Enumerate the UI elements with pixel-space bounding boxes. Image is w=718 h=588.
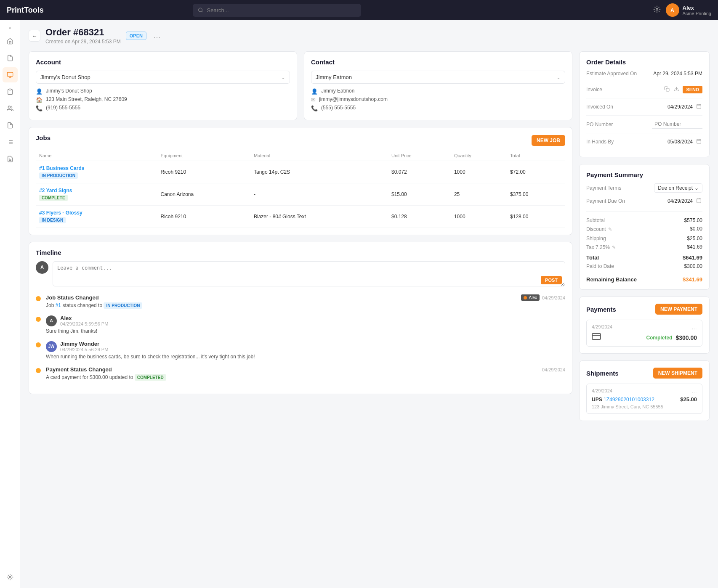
back-button[interactable]: ←: [29, 30, 40, 42]
sidebar-item-home[interactable]: [3, 34, 18, 49]
invoiced-on-value: 04/29/2024: [667, 104, 693, 110]
col-unit-price: Unit Price: [388, 151, 451, 161]
new-payment-button[interactable]: NEW PAYMENT: [655, 304, 702, 315]
sidebar-item-files[interactable]: [3, 118, 18, 133]
credit-card-icon: [592, 333, 601, 342]
col-material: Material: [250, 151, 388, 161]
po-number-label: PO Number: [586, 122, 613, 127]
app-logo[interactable]: PrintTools: [7, 6, 44, 15]
search-input[interactable]: [207, 4, 356, 17]
payment-due-on-value: 04/29/2024: [667, 198, 693, 204]
total-value: $641.69: [683, 254, 702, 261]
app-name-tools: Tools: [24, 6, 44, 14]
jobs-table: Name Equipment Material Unit Price Quant…: [36, 151, 565, 228]
sidebar-item-reports[interactable]: [3, 151, 18, 167]
shipment-more-button[interactable]: …: [691, 388, 697, 395]
job-unit-price: $0.072: [388, 161, 451, 183]
sidebar-item-list[interactable]: [3, 135, 18, 150]
sidebar-item-active[interactable]: [3, 67, 18, 82]
job-status-badge: IN PRODUCTION: [39, 172, 78, 179]
table-row: #1 Business Cards IN PRODUCTION Ricoh 92…: [36, 161, 565, 183]
po-number-input[interactable]: [652, 120, 702, 129]
settings-icon[interactable]: [653, 5, 661, 15]
phone-icon: 📞: [311, 105, 318, 111]
contact-display-name: Jimmy Eatmon: [321, 88, 354, 94]
shipping-value: $25.00: [687, 236, 702, 241]
account-display-name: Jimmy's Donut Shop: [46, 88, 92, 94]
svg-point-0: [199, 8, 202, 12]
post-button[interactable]: POST: [541, 276, 562, 284]
job-link[interactable]: #1 Business Cards: [39, 165, 154, 171]
job-total: $375.00: [507, 183, 565, 206]
comment-input[interactable]: [53, 261, 565, 286]
invoice-download-button[interactable]: [673, 85, 680, 94]
sidebar-item-settings[interactable]: [3, 569, 18, 585]
job-link[interactable]: #3 Flyers - Glossy: [39, 210, 154, 216]
payment-terms-select[interactable]: Due on Receipt ⌄: [654, 183, 702, 193]
job-equipment: Ricoh 9210: [157, 206, 251, 228]
comment-body: When running the business cards, be sure…: [46, 354, 565, 360]
event-title: Job Status Changed: [46, 294, 99, 301]
job-link[interactable]: #2 Yard Signs: [39, 188, 154, 193]
user-menu[interactable]: A Alex Acme Printing: [666, 3, 711, 17]
invoice-send-button[interactable]: SEND: [683, 86, 702, 93]
payment-summary-section: Payment Summary Payment Terms Due on Rec…: [579, 164, 710, 290]
chevron-down-icon: ⌄: [694, 185, 699, 191]
tax-value: $41.69: [687, 244, 702, 251]
discount-edit-button[interactable]: ✎: [607, 226, 613, 233]
app-name-print: Print: [7, 6, 24, 14]
svg-rect-16: [666, 88, 669, 91]
tax-edit-button[interactable]: ✎: [611, 244, 617, 251]
account-card: Account Jimmy's Donut Shop ⌄ 👤 Jimmy's D…: [29, 51, 297, 120]
account-section-title: Account: [36, 58, 290, 66]
in-hands-by-calendar-icon[interactable]: [695, 138, 702, 146]
event-title: Payment Status Changed: [46, 366, 112, 373]
invoiced-on-calendar-icon[interactable]: [695, 103, 702, 111]
payment-due-calendar-icon[interactable]: [695, 197, 702, 205]
invoice-copy-button[interactable]: [663, 85, 670, 94]
order-created: Created on Apr 29, 2024 5:53 PM: [45, 39, 121, 45]
svg-rect-22: [697, 139, 701, 143]
in-hands-by-value: 05/08/2024: [667, 139, 693, 145]
home-icon: 🏠: [36, 97, 43, 103]
comment-avatar: A: [36, 261, 48, 274]
account-selector[interactable]: Jimmy's Donut Shop ⌄: [36, 71, 290, 84]
job-total: $72.00: [507, 161, 565, 183]
total-label: Total: [586, 254, 599, 261]
col-name: Name: [36, 151, 157, 161]
shipment-tracking-link[interactable]: 1Z4929020101003312: [604, 397, 654, 403]
jobs-card: Jobs NEW JOB Name Equipment Material Uni…: [29, 127, 572, 235]
payment-more-button[interactable]: …: [691, 324, 697, 331]
sidebar-toggle[interactable]: »: [7, 24, 13, 32]
svg-point-6: [8, 106, 10, 108]
contact-card: Contact Jimmy Eatmon ⌄ 👤 Jimmy Eatmon ✉ …: [304, 51, 572, 120]
job-status-badge: COMPLETE: [39, 195, 68, 201]
shipping-label: Shipping: [586, 236, 606, 241]
estimate-approved-value: Apr 29, 2024 5:53 PM: [653, 71, 702, 77]
payment-terms-value: Due on Receipt: [658, 185, 693, 191]
sidebar-item-clipboard[interactable]: [3, 84, 18, 99]
contact-selector[interactable]: Jimmy Eatmon ⌄: [311, 71, 565, 84]
contact-email: jimmy@jimmysdonutshop.com: [319, 96, 388, 102]
event-date: 04/29/2024: [542, 295, 565, 300]
account-address: 123 Main Street, Raleigh, NC 27609: [46, 96, 127, 102]
nav-right: A Alex Acme Printing: [653, 3, 711, 17]
new-shipment-button[interactable]: NEW SHIPMENT: [653, 368, 702, 379]
person-icon: 👤: [36, 88, 43, 95]
sidebar-item-users[interactable]: [3, 101, 18, 116]
payment-status-badge: COMPLETED: [135, 374, 166, 381]
col-quantity: Quantity: [451, 151, 507, 161]
comment-body: Sure thing Jim, thanks!: [46, 328, 565, 334]
discount-label: Discount: [586, 226, 606, 232]
job-status-badge: IN DESIGN: [39, 217, 66, 223]
new-job-button[interactable]: NEW JOB: [532, 135, 565, 146]
top-navigation: PrintTools A Alex Acme Printing: [0, 0, 718, 20]
svg-rect-5: [9, 89, 11, 90]
sidebar: »: [0, 20, 20, 588]
order-more-button[interactable]: …: [152, 30, 162, 42]
job-ref-link[interactable]: #1: [56, 302, 61, 308]
shipment-item: 4/29/2024 … UPS 1Z4929020101003312 $25.0…: [586, 384, 702, 414]
comment-box: A POST: [36, 261, 565, 288]
sidebar-item-orders[interactable]: [3, 50, 18, 66]
svg-rect-18: [697, 104, 701, 109]
